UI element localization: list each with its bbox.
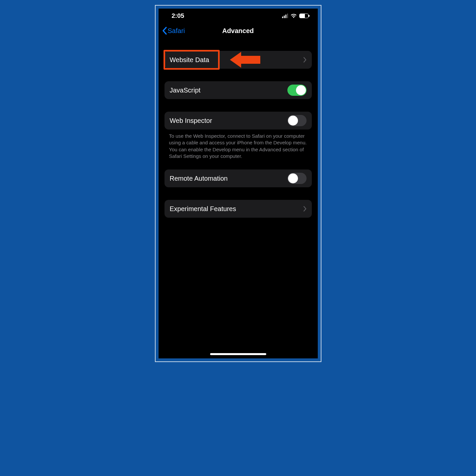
group-website-data: Website Data — [165, 51, 312, 69]
toggle-javascript[interactable] — [287, 85, 307, 96]
iphone-screen: 2:05 Safari Advanced — [159, 9, 318, 358]
nav-bar: Safari Advanced — [159, 23, 318, 38]
row-label: JavaScript — [170, 87, 287, 94]
toggle-web-inspector[interactable] — [287, 115, 307, 126]
row-experimental-features[interactable]: Experimental Features — [165, 200, 312, 218]
row-javascript: JavaScript — [165, 81, 312, 99]
status-icons — [282, 14, 309, 18]
chevron-right-icon — [303, 206, 307, 212]
battery-icon — [299, 14, 309, 18]
row-label: Web Inspector — [170, 117, 287, 125]
cellular-icon — [282, 14, 288, 18]
group-experimental: Experimental Features — [165, 200, 312, 218]
status-time: 2:05 — [172, 12, 184, 19]
group-remote-automation: Remote Automation — [165, 169, 312, 187]
group-web-inspector: Web Inspector To use the Web Inspector, … — [165, 112, 312, 160]
row-label: Remote Automation — [170, 175, 287, 182]
row-website-data[interactable]: Website Data — [165, 51, 312, 69]
back-button[interactable]: Safari — [162, 23, 185, 38]
toggle-remote-automation[interactable] — [287, 173, 307, 184]
status-bar: 2:05 — [159, 9, 318, 23]
group-javascript: JavaScript — [165, 81, 312, 99]
chevron-right-icon — [303, 57, 307, 63]
back-label: Safari — [168, 27, 185, 35]
row-remote-automation: Remote Automation — [165, 169, 312, 187]
row-label: Website Data — [170, 56, 303, 64]
web-inspector-note: To use the Web Inspector, connect to Saf… — [165, 129, 312, 160]
home-indicator[interactable] — [210, 353, 266, 355]
settings-content: Website Data JavaScript — [159, 51, 318, 218]
chevron-left-icon — [162, 27, 167, 35]
row-web-inspector: Web Inspector — [165, 112, 312, 129]
instruction-frame: 2:05 Safari Advanced — [155, 5, 321, 362]
row-label: Experimental Features — [170, 205, 303, 213]
wifi-icon — [290, 14, 297, 18]
